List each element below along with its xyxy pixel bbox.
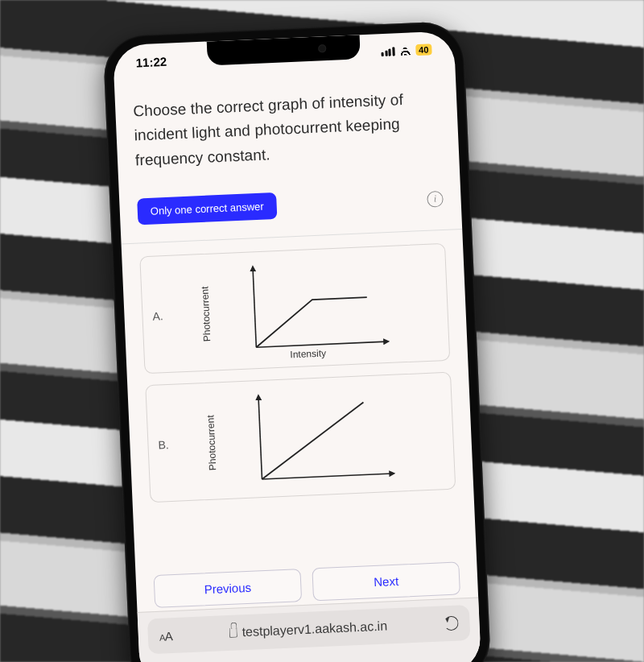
wifi-icon (398, 45, 412, 56)
question-text: Choose the correct graph of intensity of… (133, 86, 442, 173)
lock-icon (229, 628, 237, 638)
option-a-xlabel: Intensity (290, 348, 326, 361)
previous-button[interactable]: Previous (154, 569, 303, 608)
url-bar[interactable]: AA testplayerv1.aakash.ac.in (147, 605, 471, 654)
option-b-chart: Photocurrent (179, 384, 445, 492)
option-a[interactable]: A. Photocurrent (139, 243, 450, 374)
refresh-icon[interactable] (444, 616, 459, 631)
option-b-letter: B. (158, 438, 173, 452)
status-time: 11:22 (135, 54, 167, 69)
answer-mode-pill: Only one correct answer (137, 192, 277, 225)
phone-shell: 11:22 40 Choose the correct graph of int… (102, 21, 491, 662)
option-a-ylabel: Photocurrent (199, 286, 213, 341)
divider (122, 229, 463, 244)
battery-badge: 40 (415, 43, 432, 56)
phone-screen: 11:22 40 Choose the correct graph of int… (113, 31, 481, 662)
svg-line-4 (259, 403, 367, 480)
svg-line-1 (256, 341, 386, 347)
status-right: 40 (381, 43, 431, 57)
content-area: Choose the correct graph of intensity of… (114, 79, 478, 612)
option-a-letter: A. (152, 309, 167, 323)
info-icon[interactable]: i (427, 191, 444, 208)
option-b[interactable]: B. Photocurrent (145, 372, 456, 503)
svg-line-0 (253, 268, 256, 347)
next-button[interactable]: Next (312, 561, 460, 601)
url-domain: testplayerv1.aakash.ac.in (229, 619, 387, 640)
text-size-icon[interactable]: AA (159, 629, 173, 643)
option-b-ylabel: Photocurrent (204, 415, 218, 470)
svg-line-2 (258, 397, 262, 479)
option-a-chart: Photocurrent Intensity (173, 256, 440, 364)
svg-line-3 (262, 474, 393, 479)
cellular-icon (381, 47, 394, 56)
instruction-row: Only one correct answer i (137, 185, 444, 225)
